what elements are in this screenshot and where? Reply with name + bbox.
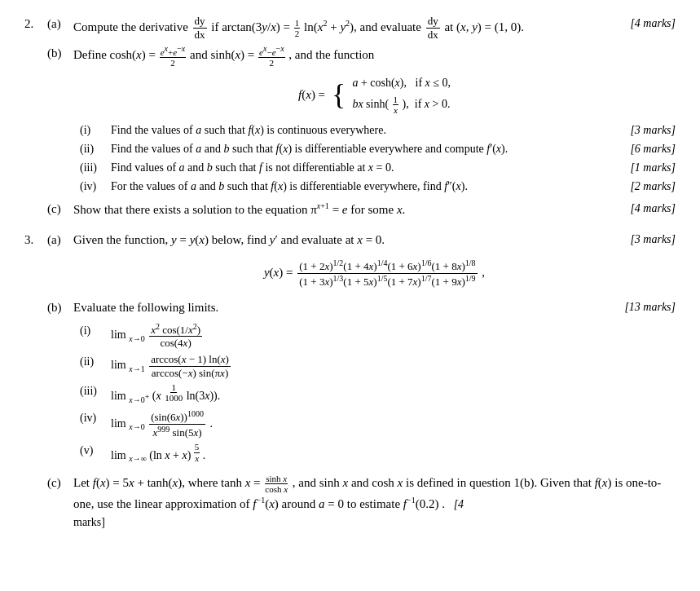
problem-2b-text: Define cosh(x) = ex+e−x 2 and sinh(x) = … <box>73 44 676 68</box>
half-frac: 1 2 <box>294 18 301 38</box>
problem-3b-v: (v) lim x→∞ (ln x + x) 5 x . <box>80 442 676 465</box>
problem-2b-iv: (iv) For the values of a and b such that… <box>80 178 676 195</box>
problem-2b-ii: (ii) Find the values of a and b such tha… <box>80 140 676 157</box>
3b-iii-content: lim x→0+ (x 1 1000 ln(3x)). <box>111 382 676 405</box>
3b-iv-content: lim x→0 (sin(6x))1000 x999 sin(5x) . <box>111 409 676 439</box>
problem-3a: (a) Given the function, y = y(x) below, … <box>47 231 676 295</box>
yx-main-frac: (1 + 2x)1/2(1 + 4x)1/4(1 + 6x)1/6(1 + 8x… <box>297 258 477 289</box>
problem-3c-label: (c) <box>47 474 73 531</box>
problem-3-content: (a) Given the function, y = y(x) below, … <box>47 231 676 535</box>
problem-3a-label: (a) <box>47 231 73 295</box>
sinh-frac: ex−e−x 2 <box>258 44 285 68</box>
lim-symbol-iv: lim <box>111 417 126 429</box>
2b-iv-text: For the values of a and b such that f(x)… <box>111 178 468 195</box>
3b-iii-label: (iii) <box>80 382 111 405</box>
fx-label: f(x) = <box>298 86 325 104</box>
2b-ii-label: (ii) <box>80 140 111 157</box>
fx-piecewise: f(x) = { a + cosh(x), if x ≤ 0, bx sinh(… <box>73 74 676 115</box>
problem-3-number: 3. <box>24 231 47 535</box>
3b-ii-label: (ii) <box>80 353 111 379</box>
3b-v-content: lim x→∞ (ln x + x) 5 x . <box>111 442 676 465</box>
3b-i-content: lim x→0 x2 cos(1/x2) cos(4x) <box>111 322 676 351</box>
problem-3c: (c) Let f(x) = 5x + tanh(x), where tanh … <box>47 474 676 531</box>
2b-iii-text: Find values of a and b such that f is no… <box>111 159 394 176</box>
lim-sub-ii: x→1 <box>129 364 144 373</box>
problem-2b-iii: (iii) Find values of a and b such that f… <box>80 159 676 176</box>
lim-symbol-v: lim <box>111 449 126 461</box>
brace-cases: a + cosh(x), if x ≤ 0, bx sinh( 1 x ), i… <box>352 74 451 115</box>
problem-3b-label: (b) <box>47 298 73 467</box>
3b-i-label: (i) <box>80 322 111 351</box>
problem-2: 2. (a) Compute the derivative dy dx if a… <box>24 15 676 223</box>
lim-sub-v: x→∞ <box>129 455 147 464</box>
problem-2c: (c) Show that there exists a solution to… <box>47 200 676 219</box>
dy-dx-frac2: dy dx <box>426 15 440 41</box>
case-2: bx sinh( 1 x ), if x > 0. <box>352 95 451 115</box>
3b-i-frac: x2 cos(1/x2) cos(4x) <box>149 322 202 351</box>
problem-2a-label: (a) <box>47 15 73 41</box>
2b-iii-marks: [1 marks] <box>630 159 676 176</box>
problem-2a-content: Compute the derivative dy dx if arctan(3… <box>73 15 676 41</box>
exp-frac-iii: 1 1000 <box>164 382 183 403</box>
lim-symbol-iii: lim <box>111 390 126 402</box>
case-1: a + cosh(x), if x ≤ 0, <box>352 74 451 91</box>
exp-frac-v: 5 x <box>194 442 200 462</box>
case2-frac: 1 x <box>393 95 399 115</box>
3b-ii-content: lim x→1 arccos(x − 1) ln(x) arccos(−x) s… <box>111 353 676 379</box>
lim-symbol-ii: lim <box>111 359 126 371</box>
problem-3: 3. (a) Given the function, y = y(x) belo… <box>24 231 676 535</box>
dy-dx-frac: dy dx <box>193 15 207 41</box>
problem-3b-i: (i) lim x→0 x2 cos(1/x2) cos(4x) <box>80 322 676 351</box>
2b-i-label: (i) <box>80 121 111 139</box>
lim-sub-iii: x→0+ <box>129 395 149 404</box>
problem-3b-iii: (iii) lim x→0+ (x 1 1000 ln(3x)). <box>80 382 676 405</box>
lim-sub-iv: x→0 <box>129 422 144 431</box>
problem-3a-marks: [3 marks] <box>630 231 676 248</box>
3b-iv-frac: (sin(6x))1000 x999 sin(5x) <box>149 409 205 439</box>
problem-2a-text: Compute the derivative dy dx if arctan(3… <box>73 15 524 41</box>
problem-2-number: 2. <box>24 15 47 223</box>
problem-2c-content: Show that there exists a solution to the… <box>73 200 676 219</box>
lim-symbol-i: lim <box>111 329 126 341</box>
problem-3b-content: Evaluate the following limits. [13 marks… <box>73 298 676 467</box>
problem-2b: (b) Define cosh(x) = ex+e−x 2 and sinh(x… <box>47 44 676 196</box>
2b-i-marks: [3 marks] <box>630 121 676 139</box>
problem-2c-text: Show that there exists a solution to the… <box>73 200 405 219</box>
3b-v-label: (v) <box>80 442 111 465</box>
problem-3a-content: Given the function, y = y(x) below, find… <box>73 231 676 295</box>
yx-equation: y(x) = (1 + 2x)1/2(1 + 4x)1/4(1 + 6x)1/6… <box>73 258 676 289</box>
problem-2b-content: Define cosh(x) = ex+e−x 2 and sinh(x) = … <box>73 44 676 196</box>
exam-content: 2. (a) Compute the derivative dy dx if a… <box>24 15 676 535</box>
2b-iv-marks: [2 marks] <box>630 178 676 195</box>
lim-sub-i: x→0 <box>129 334 144 343</box>
problem-3c-marks-text: marks] <box>73 516 105 528</box>
2b-i-content: Find the values of a such that f(x) is c… <box>111 121 676 139</box>
problem-2a-marks: [4 marks] <box>630 15 676 32</box>
problem-2a-row: Compute the derivative dy dx if arctan(3… <box>73 15 676 41</box>
problem-2a: (a) Compute the derivative dy dx if arct… <box>47 15 676 41</box>
2b-iii-label: (iii) <box>80 159 111 176</box>
2b-iv-content: For the values of a and b such that f(x)… <box>111 178 676 195</box>
problem-2b-label: (b) <box>47 44 73 196</box>
2b-i-text: Find the values of a such that f(x) is c… <box>111 121 386 139</box>
problem-3c-text: Let f(x) = 5x + tanh(x), where tanh x = … <box>73 476 661 510</box>
problem-2c-label: (c) <box>47 200 73 219</box>
problem-3b-marks: [13 marks] <box>624 298 676 315</box>
2b-iii-content: Find values of a and b such that f is no… <box>111 159 676 176</box>
problem-3c-content: Let f(x) = 5x + tanh(x), where tanh x = … <box>73 474 676 531</box>
problem-2c-marks: [4 marks] <box>630 200 676 217</box>
problem-3a-text: Given the function, y = y(x) below, find… <box>73 231 385 249</box>
2b-iv-label: (iv) <box>80 178 111 195</box>
problem-2b-i: (i) Find the values of a such that f(x) … <box>80 121 676 139</box>
problem-3b-iv: (iv) lim x→0 (sin(6x))1000 x999 sin(5x) … <box>80 409 676 439</box>
brace-symbol: { <box>332 80 346 109</box>
tanh-frac: sinh x cosh x <box>264 474 288 494</box>
2b-ii-content: Find the values of a and b such that f(x… <box>111 140 676 157</box>
problem-3b-text: Evaluate the following limits. <box>73 298 218 317</box>
2b-ii-text: Find the values of a and b such that f(x… <box>111 140 508 157</box>
problem-3b: (b) Evaluate the following limits. [13 m… <box>47 298 676 467</box>
3b-ii-frac: arccos(x − 1) ln(x) arccos(−x) sin(πx) <box>149 353 231 379</box>
2b-ii-marks: [6 marks] <box>630 140 676 157</box>
problem-2-content: (a) Compute the derivative dy dx if arct… <box>47 15 676 223</box>
problem-3b-ii: (ii) lim x→1 arccos(x − 1) ln(x) arccos(… <box>80 353 676 379</box>
